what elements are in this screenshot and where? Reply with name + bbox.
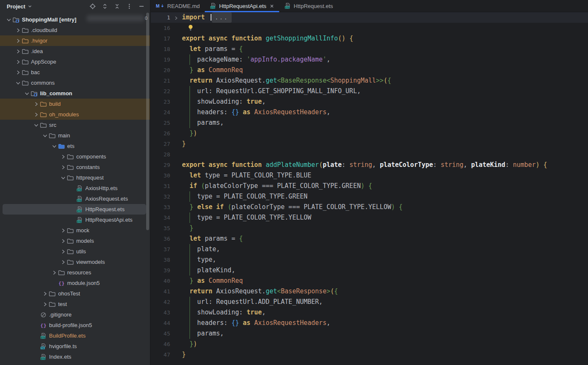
tree-item-bac[interactable]: bac (0, 67, 150, 78)
tree-item-build[interactable]: build (0, 99, 150, 109)
code-line-46[interactable]: 46 }) (151, 339, 588, 349)
code-line-42[interactable]: 42 url: RequestUrl.ADD_PLATE_NUMBER, (151, 297, 588, 307)
tree-item-idea[interactable]: .idea (0, 46, 150, 56)
code-line-34[interactable]: 34 type = PLATE_COLOR_TYPE.YELLOW (151, 212, 588, 223)
chevron-collapsed-icon[interactable] (14, 46, 22, 56)
tree-item-gitignore[interactable]: .gitignore (0, 309, 150, 320)
code-line-18[interactable]: 18 let params = { (151, 44, 588, 54)
code-line-17[interactable]: 17export async function getShoppingMallI… (151, 33, 588, 44)
hide-panel-icon[interactable] (138, 3, 145, 10)
chevron-collapsed-icon[interactable] (41, 288, 49, 299)
tree-item-test[interactable]: test (0, 299, 150, 309)
tree-item-shoppingmall-entry[interactable]: ShoppingMall [entry] (0, 14, 150, 25)
chevron-expanded-icon[interactable] (14, 78, 22, 88)
chevron-collapsed-icon[interactable] (32, 99, 40, 109)
more-options-icon[interactable] (126, 3, 133, 10)
project-tree-scrollbar[interactable] (146, 13, 149, 230)
tree-item-mock[interactable]: mock (0, 225, 150, 236)
code-line-36[interactable]: 36 let params = { (151, 233, 588, 244)
code-line-35[interactable]: 35 } (151, 223, 588, 233)
chevron-expanded-icon[interactable] (23, 88, 31, 99)
chevron-expanded-icon[interactable] (41, 130, 49, 141)
tree-item-ohostest[interactable]: ohosTest (0, 288, 150, 299)
chevron-expanded-icon[interactable] (5, 14, 13, 25)
code-line-22[interactable]: 22 url: RequestUrl.GET_SHOPPING_MALL_INF… (151, 86, 588, 97)
chevron-expanded-icon[interactable] (59, 172, 67, 183)
code-line-31[interactable]: 31 if (plateColorType === PLATE_COLOR_TY… (151, 181, 588, 191)
tab-httprequest-ets[interactable]: ETSHttpRequest.ets (279, 0, 338, 12)
code-line-40[interactable]: 40 } as CommonReq (151, 276, 588, 286)
chevron-collapsed-icon[interactable] (59, 257, 67, 267)
code-line-23[interactable]: 23 showLoading: true, (151, 97, 588, 107)
code-line-44[interactable]: 44 headers: {} as AxiosRequestHeaders, (151, 318, 588, 328)
collapse-all-icon[interactable] (114, 3, 120, 10)
tree-item-httprequestapi-ets[interactable]: ETSHttpRequestApi.ets (0, 215, 150, 225)
tab-readme-md[interactable]: MREADME.md (151, 0, 205, 12)
tree-item-components[interactable]: components (0, 151, 150, 162)
tree-item-index-ets[interactable]: ETSIndex.ets (0, 352, 150, 362)
tree-item-utils[interactable]: utils (0, 246, 150, 257)
tree-item-httprequest[interactable]: httprequest (0, 172, 150, 183)
tree-item-models[interactable]: models (0, 236, 150, 246)
code-line-38[interactable]: 38 type, (151, 255, 588, 265)
code-line-45[interactable]: 45 params, (151, 328, 588, 339)
code-line-41[interactable]: 41 return AxiosRequest.get<BaseResponse>… (151, 286, 588, 297)
tree-item-resources[interactable]: resources (0, 267, 150, 278)
chevron-collapsed-icon[interactable] (14, 67, 22, 78)
code-line-37[interactable]: 37 plate, (151, 244, 588, 255)
chevron-collapsed-icon[interactable] (59, 236, 67, 246)
code-line-24[interactable]: 24 headers: {} as AxiosRequestHeaders, (151, 107, 588, 118)
folded-code-region[interactable]: ... (212, 12, 231, 23)
tree-item-axiosrequest-ets[interactable]: ETSAxiosRequest.ets (0, 193, 150, 204)
expand-all-icon[interactable] (102, 3, 108, 10)
chevron-collapsed-icon[interactable] (59, 225, 67, 236)
locate-icon[interactable] (89, 3, 96, 10)
code-line-21[interactable]: 21 return AxiosRequest.get<BaseResponse<… (151, 75, 588, 86)
tree-item-buildprofile-ets[interactable]: ETSBuildProfile.ets (0, 330, 150, 341)
code-line-27[interactable]: 27} (151, 139, 588, 149)
close-icon[interactable] (270, 4, 274, 8)
code-line-20[interactable]: 20 } as CommonReq (151, 65, 588, 75)
tree-item-build-profile-json5[interactable]: {}build-profile.json5 (0, 320, 150, 330)
code-line-39[interactable]: 39 plateKind, (151, 265, 588, 276)
chevron-collapsed-icon[interactable] (59, 246, 67, 257)
chevron-expanded-icon[interactable] (51, 141, 58, 151)
chevron-collapsed-icon[interactable] (41, 299, 49, 309)
tree-item-cloudbuild[interactable]: .cloudbuild (0, 25, 150, 35)
code-line-28[interactable]: 28 (151, 149, 588, 160)
chevron-collapsed-icon[interactable] (32, 109, 40, 120)
chevron-collapsed-icon[interactable] (14, 25, 22, 35)
code-line-30[interactable]: 30 let type = PLATE_COLOR_TYPE.BLUE (151, 170, 588, 181)
tree-item-httprequest-ets[interactable]: ETSHttpRequest.ets (0, 204, 150, 215)
tree-item-commons[interactable]: commons (0, 78, 150, 88)
tree-item-oh-modules[interactable]: oh_modules (0, 109, 150, 120)
tree-item-lib-common[interactable]: lib_common (0, 88, 150, 99)
code-line-33[interactable]: 33 } else if (plateColorType === PLATE_C… (151, 202, 588, 212)
tree-item-axioshttp-ets[interactable]: ETSAxiosHttp.ets (0, 183, 150, 193)
tree-item-ets[interactable]: ets (0, 141, 150, 151)
tree-item-appscope[interactable]: AppScope (0, 56, 150, 67)
tree-item-main[interactable]: main (0, 130, 150, 141)
code-line-19[interactable]: 19 packageName: 'appInfo.packageName', (151, 54, 588, 65)
tree-item-constants[interactable]: constants (0, 162, 150, 172)
tree-item-hvigor[interactable]: .hvigor (0, 35, 150, 46)
code-line-1[interactable]: 1import ... (151, 12, 588, 23)
chevron-collapsed-icon[interactable] (14, 35, 22, 46)
tree-item-hvigorfile-ts[interactable]: TShvigorfile.ts (0, 341, 150, 352)
code-line-43[interactable]: 43 showLoading: true, (151, 307, 588, 318)
code-line-26[interactable]: 26 }) (151, 128, 588, 139)
chevron-collapsed-icon[interactable] (59, 162, 67, 172)
tree-item-module-json5[interactable]: {}module.json5 (0, 278, 150, 288)
code-line-25[interactable]: 25 params, (151, 118, 588, 128)
chevron-collapsed-icon[interactable] (59, 151, 67, 162)
chevron-collapsed-icon[interactable] (14, 56, 22, 67)
code-line-47[interactable]: 47} (151, 349, 588, 360)
tree-item-src[interactable]: src (0, 120, 150, 130)
code-line-32[interactable]: 32 type = PLATE_COLOR_TYPE.GREEN (151, 191, 588, 202)
tree-item-viewmodels[interactable]: viewmodels (0, 257, 150, 267)
code-line-16[interactable]: 16 (151, 23, 588, 33)
chevron-down-icon[interactable] (27, 4, 32, 9)
code-line-29[interactable]: 29export async function addPlateNumber(p… (151, 160, 588, 170)
chevron-expanded-icon[interactable] (32, 120, 40, 130)
tab-httprequestapi-ets[interactable]: ETSHttpRequestApi.ets (205, 0, 279, 12)
